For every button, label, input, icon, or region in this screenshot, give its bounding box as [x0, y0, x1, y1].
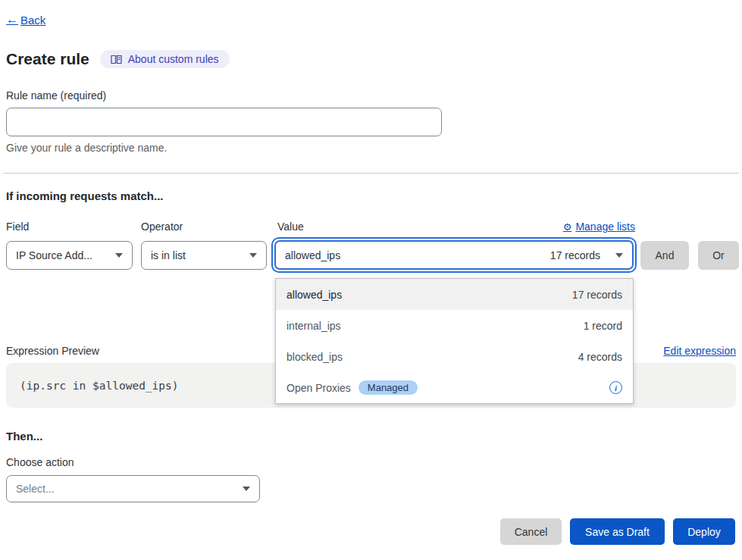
- operator-select-value: is in list: [151, 249, 186, 261]
- list-option-open-proxies[interactable]: Open Proxies Managed i: [276, 372, 633, 403]
- gear-icon: ⚙: [563, 221, 572, 233]
- managed-badge: Managed: [358, 380, 418, 395]
- chevron-down-icon: [615, 253, 623, 258]
- chevron-down-icon: [243, 486, 250, 491]
- match-section-heading: If incoming requests match...: [6, 189, 164, 202]
- expression-preview-label: Expression Preview: [6, 345, 99, 357]
- chevron-down-icon: [115, 253, 123, 258]
- edit-expression-link[interactable]: Edit expression: [663, 345, 736, 357]
- field-label: Field: [6, 221, 29, 233]
- choose-action-select[interactable]: Select...: [6, 475, 260, 502]
- about-custom-rules-label: About custom rules: [128, 53, 219, 65]
- value-selected-name: allowed_ips: [285, 249, 340, 261]
- create-rule-page: ← Back Create rule About custom rules Ru…: [0, 0, 742, 560]
- rule-name-input[interactable]: [6, 108, 442, 136]
- operator-label: Operator: [141, 221, 183, 233]
- list-option-name: allowed_ips: [286, 289, 342, 301]
- save-as-draft-button[interactable]: Save as Draft: [570, 518, 665, 545]
- back-arrow-icon: ←: [6, 13, 18, 27]
- rule-name-label: Rule name (required): [6, 89, 106, 102]
- manage-lists-link[interactable]: ⚙ Manage lists: [563, 221, 635, 233]
- info-icon[interactable]: i: [609, 381, 622, 394]
- list-option-records: 17 records: [572, 289, 622, 301]
- rule-name-help-text: Give your rule a descriptive name.: [6, 142, 167, 154]
- list-option-allowed-ips[interactable]: allowed_ips 17 records: [276, 279, 633, 310]
- book-icon: [111, 55, 122, 64]
- then-section-heading: Then...: [6, 430, 42, 443]
- field-select[interactable]: IP Source Add...: [6, 241, 133, 270]
- header-row: Create rule About custom rules: [6, 50, 230, 68]
- value-label: Value: [277, 221, 304, 233]
- list-option-records: 4 records: [578, 351, 622, 363]
- field-select-value: IP Source Add...: [16, 249, 92, 261]
- value-combobox[interactable]: allowed_ips 17 records: [271, 237, 637, 273]
- list-option-name: internal_ips: [286, 320, 341, 332]
- operator-select[interactable]: is in list: [141, 241, 267, 270]
- choose-action-label: Choose action: [6, 456, 74, 468]
- value-combobox-inner[interactable]: allowed_ips 17 records: [274, 240, 634, 270]
- manage-lists-label: Manage lists: [575, 221, 635, 233]
- list-option-name: blocked_ips: [286, 351, 343, 363]
- back-link[interactable]: ← Back: [6, 13, 45, 27]
- list-option-name: Open Proxies: [286, 382, 351, 394]
- list-option-blocked-ips[interactable]: blocked_ips 4 records: [276, 341, 633, 372]
- chevron-down-icon: [249, 253, 257, 258]
- list-option-internal-ips[interactable]: internal_ips 1 record: [276, 310, 633, 341]
- expression-code: (ip.src in $allowed_ips): [20, 380, 179, 392]
- cancel-button[interactable]: Cancel: [500, 518, 562, 545]
- list-option-records: 1 record: [584, 320, 622, 332]
- section-divider: [3, 173, 739, 174]
- or-button[interactable]: Or: [698, 241, 739, 270]
- value-selected-meta: 17 records: [550, 249, 600, 261]
- page-title: Create rule: [6, 50, 89, 68]
- about-custom-rules-link[interactable]: About custom rules: [100, 50, 230, 68]
- choose-action-placeholder: Select...: [16, 483, 55, 495]
- and-button[interactable]: And: [640, 241, 689, 270]
- lists-dropdown-menu: allowed_ips 17 records internal_ips 1 re…: [275, 278, 634, 404]
- deploy-button[interactable]: Deploy: [673, 518, 735, 545]
- back-label: Back: [20, 14, 45, 27]
